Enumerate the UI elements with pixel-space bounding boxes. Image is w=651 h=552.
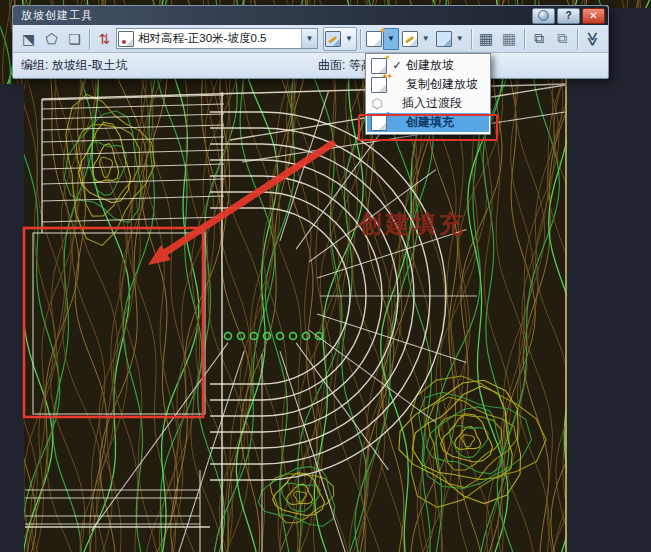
check-icon: ✓	[391, 59, 403, 72]
help-button[interactable]: ?	[557, 8, 580, 24]
window-titlebar[interactable]: 放坡创建工具 ? ✕	[13, 6, 608, 25]
star-badge-icon: ✦	[379, 27, 386, 35]
menu-item-label: 插入过渡段	[402, 95, 462, 112]
create-grading-dropdown-menu: ✦ ✓ 创建放坡 ✦✦ 复制创建放坡 ⬡ 插入过渡段 ◆ 创建填充	[365, 53, 491, 135]
double-star-badge-icon: ✦✦	[382, 73, 391, 81]
diamond-badge-icon: ◆	[385, 111, 391, 119]
grading-volume-tools-button[interactable]: ⬔	[17, 27, 40, 51]
select-criteria-set-button[interactable]: ⇅	[93, 27, 116, 51]
infill-arrow-icon[interactable]: ▼	[453, 29, 467, 49]
toolbar-separator	[524, 29, 525, 49]
cad-viewport[interactable]: 创建填充	[0, 0, 651, 552]
pin-button[interactable]	[532, 8, 555, 24]
paste-criteria-button[interactable]: ⧉	[551, 27, 574, 51]
criteria-value: 相对高程-正30米-坡度0.5	[135, 31, 301, 46]
toolbar-separator	[471, 29, 472, 49]
grading-group-properties-button[interactable]: ⬠	[40, 27, 63, 51]
pin-icon	[538, 10, 549, 21]
create-grading-split-button[interactable]: ✦ ▼	[364, 27, 400, 51]
copy-create-grading-menu-icon: ✦✦	[371, 77, 387, 93]
menu-item-label: 创建放坡	[406, 57, 454, 74]
create-grading-icon: ✦	[366, 31, 382, 47]
grading-criteria-combobox[interactable]: 相对高程-正30米-坡度0.5 ▼	[116, 28, 318, 49]
toolbar-separator	[360, 29, 361, 49]
toolbar: ⬔ ⬠ ❏ ⇅ 相对高程-正30米-坡度0.5 ▼ ▼ ✦ ▼ ▼ ▼	[13, 25, 608, 53]
menu-item-label: 复制创建放坡	[406, 76, 478, 93]
copy-criteria-button[interactable]: ⧉	[528, 27, 551, 51]
menu-item-create-infill[interactable]: ◆ 创建填充	[367, 113, 489, 132]
expand-toolbar-chevron-button[interactable]: ≫	[580, 27, 604, 50]
edit-tools-icon	[402, 31, 418, 47]
grading-creation-tools-window: 放坡创建工具 ? ✕ ⬔ ⬠ ❏ ⇅ 相对高程-正30米-坡度0.5 ▼ ▼ ✦…	[12, 5, 609, 79]
infill-split-button[interactable]: ▼	[434, 27, 468, 51]
edit-grading-icon	[325, 31, 341, 47]
create-infill-menu-icon: ◆	[371, 115, 387, 131]
criteria-sheet-icon	[118, 31, 134, 47]
edit-tools-arrow-icon[interactable]: ▼	[419, 29, 433, 49]
window-title: 放坡创建工具	[16, 8, 530, 23]
toolbar-separator	[577, 29, 578, 49]
elevation-editor-button[interactable]: ▦	[475, 27, 498, 51]
group-status-label: 编组: 放坡组-取土坑	[21, 57, 128, 74]
close-button[interactable]: ✕	[582, 8, 605, 24]
status-bar: 编组: 放坡组-取土坑 曲面: 等高	[13, 53, 608, 77]
transition-prism-icon: ⬡	[370, 97, 384, 110]
infill-icon	[436, 31, 452, 47]
edit-tools-split-button[interactable]: ▼	[400, 27, 434, 51]
menu-item-copy-create-grading[interactable]: ✦✦ 复制创建放坡	[367, 75, 489, 94]
grading-layers-button[interactable]: ❏	[63, 27, 86, 51]
star-badge-icon: ✦	[384, 54, 391, 62]
menu-item-label: 创建填充	[406, 114, 454, 131]
criteria-dropdown-arrow-icon[interactable]: ▼	[301, 29, 317, 48]
volume-table-button[interactable]: ▦	[498, 27, 521, 51]
edit-grading-arrow-icon[interactable]: ▼	[342, 29, 356, 49]
toolbar-separator	[89, 29, 90, 49]
canvas-annotation-text: 创建填充	[357, 210, 466, 237]
edit-grading-split-button[interactable]: ▼	[323, 27, 357, 51]
